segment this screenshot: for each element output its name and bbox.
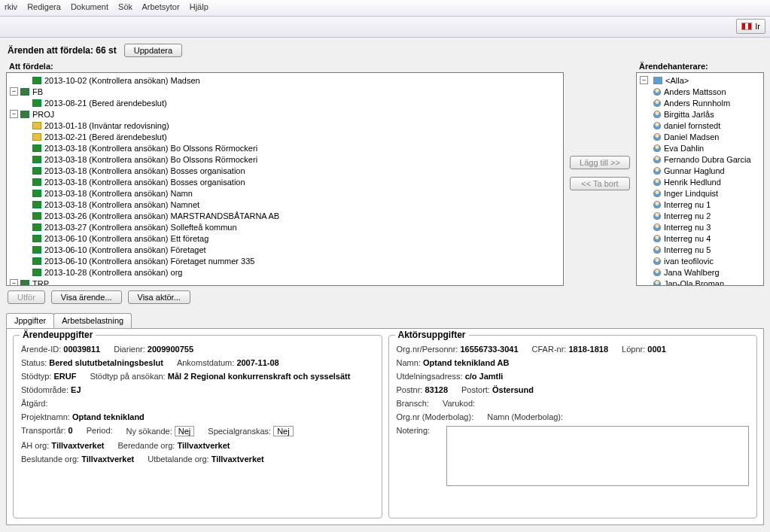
tree-item[interactable]: 2013-03-18 (Kontrollera ansökan) Namn [7, 187, 563, 199]
bransch-label: Bransch: [397, 399, 429, 408]
tree-node-fb[interactable]: −FB [7, 86, 563, 97]
tree-item[interactable]: 2013-01-18 (Inväntar redovisning) [7, 120, 563, 131]
tree-item[interactable]: 2013-03-18 (Kontrollera ansökan) Bosses … [7, 176, 563, 187]
tree-item[interactable]: 2013-03-18 (Kontrollera ansökan) Bo Olss… [7, 142, 563, 154]
notering-field[interactable] [446, 426, 749, 486]
list-item[interactable]: Anders Runnholm [638, 97, 762, 108]
folder-icon [32, 235, 41, 242]
tree-item[interactable]: 2013-03-27 (Kontrollera ansökan) Solleft… [7, 221, 563, 233]
folder-icon [32, 77, 41, 84]
tree-item[interactable]: 2013-06-10 (Kontrollera ansökan) Ett för… [7, 233, 563, 244]
tree-item[interactable]: 2013-03-26 (Kontrollera ansökan) MARSTRA… [7, 210, 563, 221]
beredande-value: Tillvaxtverket [177, 441, 230, 450]
aktor-namn-value: Optand teknikland AB [423, 358, 510, 367]
toolbar-right-button[interactable]: Ir [736, 19, 765, 34]
list-item[interactable]: Interreg nu 5 [638, 244, 762, 255]
folder-icon [32, 257, 41, 265]
list-item[interactable]: Anders Mattsson [638, 86, 762, 97]
add-button[interactable]: Lägg till >> [570, 156, 630, 169]
utbetalande-value: Tillvaxtverket [212, 454, 264, 464]
list-item[interactable]: Interreg nu 4 [638, 233, 762, 244]
uppdatera-button[interactable]: Uppdatera [124, 44, 182, 57]
list-item[interactable]: ivan teofilovic [638, 255, 762, 266]
details-panel: Ärendeuppgifter Ärende-ID: 00039811 Diar… [6, 328, 764, 525]
handlers-list[interactable]: −<Alla> Anders Mattsson Anders Runnholm … [636, 72, 764, 286]
list-item[interactable]: Birgitta Jarlås [638, 108, 762, 120]
menu-redigera[interactable]: Redigera [27, 2, 61, 11]
header: Ärenden att fördela: 66 st Uppdatera [0, 38, 770, 60]
moderorg-label: Org.nr (Moderbolag): [397, 412, 474, 421]
menu-hjalp[interactable]: Hjälp [190, 2, 208, 11]
list-item[interactable]: Gunnar Haglund [638, 165, 762, 176]
menubar[interactable]: rkiv Redigera Dokument Sök Arbetsytor Hj… [0, 0, 770, 17]
tree-node-proj[interactable]: −PROJ [7, 108, 563, 120]
tree-item[interactable]: 2013-08-21 (Bered ärendebeslut) [7, 97, 563, 108]
people-icon [653, 77, 662, 84]
stodomrade-value: EJ [71, 385, 81, 394]
transfer-buttons: Lägg till >> << Ta bort [570, 60, 630, 286]
list-item-all[interactable]: −<Alla> [638, 74, 762, 86]
att-fordela-tree[interactable]: 2013-10-02 (Kontrollera ansökan) Madsen … [6, 72, 564, 286]
visa-aktor-button[interactable]: Visa aktör... [128, 290, 190, 304]
flag-icon [741, 23, 752, 30]
tree-item[interactable]: 2013-03-18 (Kontrollera ansökan) Bosses … [7, 165, 563, 176]
tree-item[interactable]: 2013-06-10 (Kontrollera ansökan) Företag… [7, 255, 563, 266]
arende-title: Ärendeuppgifter [20, 330, 96, 340]
utfor-button[interactable]: Utför [8, 290, 45, 304]
person-icon [653, 257, 661, 265]
varukod-label: Varukod: [443, 399, 475, 408]
status-value: Bered slututbetalningsbeslut [49, 358, 163, 367]
list-item[interactable]: Fernando Dubra Garcia [638, 154, 762, 165]
tree-item[interactable]: 2013-10-28 (Kontrollera ansökan) org [7, 266, 563, 278]
folder-icon [32, 223, 41, 231]
menu-arkiv[interactable]: rkiv [5, 2, 17, 11]
collapse-icon[interactable]: − [640, 76, 648, 84]
folder-icon [32, 122, 41, 129]
list-item[interactable]: daniel fornstedt [638, 120, 762, 131]
person-icon [653, 167, 661, 175]
toolbar: Ir [0, 17, 770, 38]
person-icon [653, 99, 661, 107]
visa-arende-button[interactable]: Visa ärende... [51, 290, 122, 304]
tree-item[interactable]: 2013-03-18 (Kontrollera ansökan) Bo Olss… [7, 154, 563, 165]
menu-arbetsytor[interactable]: Arbetsytor [142, 2, 180, 11]
tab-arbetsbelastning[interactable]: Arbetsbelastning [53, 313, 132, 328]
tree-item[interactable]: 2013-06-10 (Kontrollera ansökan) Företag… [7, 244, 563, 255]
tree-item[interactable]: 2013-10-02 (Kontrollera ansökan) Madsen [7, 74, 563, 86]
list-item[interactable]: Daniel Madsen [638, 131, 762, 142]
cfar-value: 1818-1818 [568, 345, 608, 354]
person-icon [653, 133, 661, 141]
diarienr-value: 2009900755 [148, 345, 193, 354]
menu-dokument[interactable]: Dokument [71, 2, 108, 11]
list-item[interactable]: Interreg nu 3 [638, 221, 762, 233]
tab-uppgifter[interactable]: Jppgifter [6, 313, 54, 328]
tab-bar: Jppgifter Arbetsbelastning [6, 313, 764, 328]
aktorsuppgifter-group: Aktörsuppgifter Org.nr/Personnr: 1655673… [388, 335, 758, 518]
folder-icon [32, 156, 41, 163]
aktor-title: Aktörsuppgifter [395, 330, 469, 340]
collapse-icon[interactable]: − [10, 87, 18, 96]
postort-value: Östersund [492, 385, 534, 394]
list-item[interactable]: Interreg nu 2 [638, 210, 762, 221]
remove-button[interactable]: << Ta bort [570, 177, 630, 190]
folder-icon [20, 280, 29, 287]
collapse-icon[interactable]: − [10, 110, 18, 118]
menu-sok[interactable]: Sök [118, 2, 132, 11]
atgard-label: Åtgärd: [21, 399, 47, 408]
list-item[interactable]: Interreg nu 1 [638, 199, 762, 210]
person-icon [653, 111, 661, 118]
tree-item[interactable]: 2013-02-21 (Bered ärendebeslut) [7, 131, 563, 142]
tree-item[interactable]: 2013-03-18 (Kontrollera ansökan) Namnet [7, 199, 563, 210]
folder-icon [32, 190, 41, 197]
person-icon [653, 223, 661, 231]
att-fordela-label: Att fördela: [6, 60, 564, 72]
list-item[interactable]: Henrik Hedlund [638, 176, 762, 187]
tree-node-trp[interactable]: −TRP [7, 278, 563, 286]
list-item[interactable]: Jan-Ola Broman [638, 278, 762, 286]
collapse-icon[interactable]: − [10, 279, 18, 286]
list-item[interactable]: Inger Lindquist [638, 187, 762, 199]
folder-icon [32, 99, 41, 107]
handlers-label: Ärendehanterare: [636, 60, 764, 72]
list-item[interactable]: Eva Dahlin [638, 142, 762, 154]
list-item[interactable]: Jana Wahlberg [638, 266, 762, 278]
